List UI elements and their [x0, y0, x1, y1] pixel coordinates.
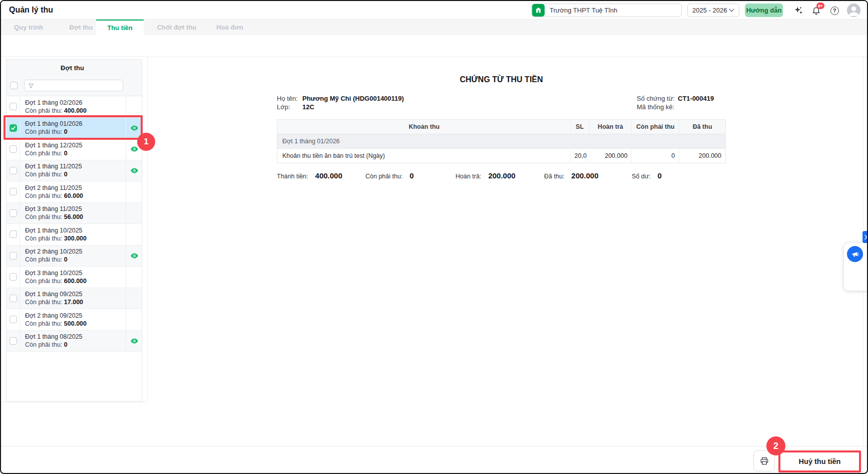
remain-value: 56.000 — [64, 213, 83, 220]
student-name: Phương Mỹ Chi (HDG001400119) — [302, 95, 404, 103]
school-name: Trường THPT Tuệ Tĩnh — [550, 7, 617, 14]
row-checkbox[interactable] — [10, 145, 17, 153]
tab-dot-thu[interactable]: Đợt thu — [62, 20, 101, 35]
batch-row[interactable]: Đợt 1 tháng 01/2026Còn phải thu: 0 — [7, 118, 142, 139]
receipt-title: CHỨNG TỪ THU TIỀN — [277, 75, 726, 84]
fee-group-row: Đợt 1 tháng 01/2026 — [277, 134, 725, 149]
batch-title: Đợt 3 tháng 10/2025 — [25, 269, 83, 277]
view-eye-icon[interactable] — [130, 125, 139, 131]
remain-value: 300.000 — [64, 235, 87, 242]
batch-row[interactable]: Đợt 1 tháng 08/2025Còn phải thu: 0 — [7, 331, 142, 352]
chevron-down-icon — [729, 9, 734, 12]
fee-cell-paid: 200.000 — [679, 149, 725, 163]
footer-divider — [1, 446, 868, 446]
batch-row[interactable]: Đợt 1 tháng 11/2025Còn phải thu: 0 — [7, 160, 142, 182]
row-checkbox[interactable] — [10, 337, 17, 345]
guide-button[interactable]: Hướng dẫn — [745, 4, 783, 17]
remain-label: Còn phải thu: — [25, 150, 62, 157]
batch-panel: Đợt thu Đợt 1 tháng 02/2026Còn phải thu:… — [6, 59, 142, 402]
remain-label: Còn phải thu: — [25, 341, 62, 348]
student-info-block: Họ tên:Phương Mỹ Chi (HDG001400119) Lớp:… — [277, 95, 404, 111]
batch-row[interactable]: Đợt 1 tháng 10/2025Còn phải thu: 300.000 — [7, 224, 142, 246]
batch-row[interactable]: Đợt 1 tháng 12/2025Còn phải thu: 0 — [7, 139, 142, 160]
row-checkbox[interactable] — [10, 103, 17, 110]
notifications-bell-icon[interactable]: 9+ — [810, 5, 821, 16]
batch-column-header: Đợt thu — [20, 64, 125, 72]
top-bar: Quản lý thu Trường THPT Tuệ Tĩnh 2025 - … — [1, 1, 867, 20]
doc-no-value: CT1-000419 — [678, 95, 714, 103]
batch-title: Đợt 2 tháng 11/2025 — [25, 184, 82, 192]
batch-row[interactable]: Đợt 1 tháng 02/2026Còn phải thu: 400.000 — [7, 96, 142, 118]
batch-title: Đợt 1 tháng 12/2025 — [25, 141, 83, 149]
view-eye-icon[interactable] — [130, 338, 139, 344]
help-icon[interactable]: ? — [829, 5, 840, 16]
tab-thu-tien[interactable]: Thu tiền — [96, 20, 144, 35]
summary-item: Đã thu:200.000 — [544, 171, 599, 180]
remain-label: Còn phải thu: — [25, 278, 62, 285]
ai-sparkle-icon[interactable] — [793, 5, 804, 16]
batch-row[interactable]: Đợt 3 tháng 10/2025Còn phải thu: 600.000 — [7, 267, 142, 288]
batch-title: Đợt 2 tháng 09/2025 — [25, 312, 83, 320]
school-year-value: 2025 - 2026 — [692, 7, 727, 14]
megaphone-icon[interactable] — [847, 246, 863, 262]
summary-row: Thành tiền:400.000Còn phải thu:0Hoàn trả… — [277, 171, 726, 184]
batch-title: Đợt 1 tháng 09/2025 — [25, 290, 83, 298]
remain-label: Còn phải thu: — [25, 256, 62, 263]
remain-label: Còn phải thu: — [25, 320, 62, 327]
tab-quy-trinh[interactable]: Quy trình — [11, 20, 46, 35]
batch-filter-input[interactable] — [37, 82, 119, 89]
row-checkbox[interactable] — [10, 230, 17, 238]
batch-row[interactable]: Đợt 1 tháng 09/2025Còn phải thu: 17.000 — [7, 288, 142, 310]
school-selector[interactable]: Trường THPT Tuệ Tĩnh — [531, 4, 682, 17]
row-checkbox[interactable] — [10, 209, 17, 217]
col-con-phai-thu: Còn phải thu — [631, 120, 679, 134]
print-button[interactable] — [753, 450, 775, 471]
remain-label: Còn phải thu: — [25, 107, 62, 114]
row-checkbox[interactable] — [10, 273, 17, 281]
batch-title: Đợt 1 tháng 11/2025 — [25, 162, 82, 170]
batch-title: Đợt 2 tháng 10/2025 — [25, 248, 83, 256]
funnel-icon — [28, 83, 34, 89]
row-checkbox[interactable] — [10, 295, 17, 302]
receipt-meta-block: Số chứng từ:CT1-000419 Mã thống kê: — [637, 95, 714, 111]
row-checkbox[interactable] — [10, 252, 17, 260]
chevron-right-icon — [864, 235, 867, 240]
remain-value: 0 — [64, 256, 68, 263]
view-eye-icon[interactable] — [130, 146, 139, 152]
summary-item: Hoàn trả:200.000 — [456, 171, 516, 180]
batch-row[interactable]: Đợt 3 tháng 11/2025Còn phải thu: 56.000 — [7, 203, 142, 224]
fee-cell-refund: 200.000 — [589, 149, 632, 163]
summary-item: Thành tiền:400.000 — [277, 171, 342, 180]
sidebar-divider — [147, 57, 148, 402]
fee-cell-remaining: 0 — [631, 149, 679, 163]
collapse-panel-tab[interactable] — [862, 231, 868, 243]
cancel-payment-button[interactable]: Huỷ thu tiền — [781, 453, 858, 470]
class-label: Lớp: — [277, 103, 302, 112]
view-eye-icon[interactable] — [130, 253, 139, 259]
row-checkbox[interactable] — [10, 188, 17, 195]
row-checkbox[interactable] — [10, 316, 17, 323]
school-year-select[interactable]: 2025 - 2026 — [687, 4, 739, 17]
app-window: Quản lý thu Trường THPT Tuệ Tĩnh 2025 - … — [0, 0, 868, 474]
batch-list: Đợt 1 tháng 02/2026Còn phải thu: 400.000… — [7, 96, 142, 352]
batch-row[interactable]: Đợt 2 tháng 10/2025Còn phải thu: 0 — [7, 246, 142, 267]
batch-row[interactable]: Đợt 2 tháng 09/2025Còn phải thu: 500.000 — [7, 309, 142, 331]
notification-badge: 9+ — [816, 3, 824, 9]
fee-table: Khoản thu SL Hoàn trả Còn phải thu Đã th… — [277, 119, 726, 163]
row-checkbox[interactable] — [10, 124, 17, 132]
remain-label: Còn phải thu: — [25, 213, 62, 220]
module-tabs: Quy trình Đợt thu Thu tiền Chốt đợt thu … — [1, 20, 867, 35]
remain-label: Còn phải thu: — [25, 128, 62, 135]
select-all-checkbox[interactable] — [10, 82, 18, 89]
fee-cell-name: Khoản thu tiền ăn bán trú test (Ngày) — [277, 149, 570, 163]
remain-value: 500.000 — [64, 320, 87, 327]
view-eye-icon[interactable] — [130, 167, 139, 174]
batch-title: Đợt 1 tháng 01/2026 — [25, 120, 83, 128]
tab-hoa-don[interactable]: Hoá đơn — [212, 20, 248, 35]
tab-chot-dot-thu[interactable]: Chốt đợt thu — [154, 20, 200, 35]
batch-row[interactable]: Đợt 2 tháng 11/2025Còn phải thu: 60.000 — [7, 181, 142, 203]
user-avatar[interactable] — [847, 4, 860, 17]
fee-row: Khoản thu tiền ăn bán trú test (Ngày)20,… — [277, 149, 725, 163]
row-checkbox[interactable] — [10, 167, 17, 174]
announcement-widget — [844, 243, 868, 291]
